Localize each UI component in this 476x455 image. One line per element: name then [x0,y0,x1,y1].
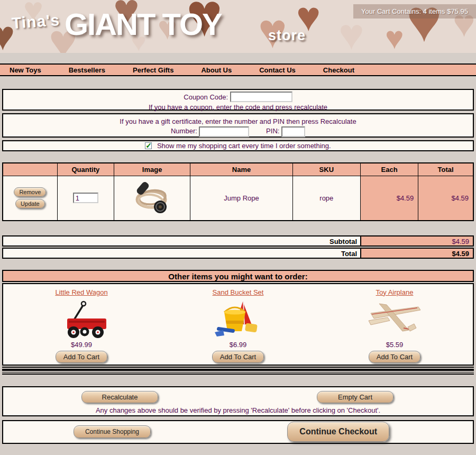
continue-section: Continue Shopping Continue Checkout [2,420,474,444]
product-link-sand-bucket-set[interactable]: Sand Bucket Set [213,288,264,296]
subtotal-row: Subtotal $4.59 [2,235,474,247]
suggestion-little-red-wagon: Little Red Wagon $49.99 Add To Cart [3,284,160,365]
nav-item-contact-us[interactable]: Contact Us [259,66,296,74]
logo-suffix: store [268,28,306,44]
add-to-cart-button-airplane[interactable]: Add To Cart [369,351,420,363]
total-label: Total [3,249,360,258]
product-link-toy-airplane[interactable]: Toy Airplane [376,288,414,296]
coupon-code-input[interactable] [230,92,292,102]
site-header: ♥ ♥ ♥ ♥ ♥ ♥ ♥ ♥ ♥ ♥ ♥ ♥ ♥ Your Cart Cont… [0,0,476,53]
quantity-column-header: Quantity [57,163,114,176]
add-to-cart-button-bucket[interactable]: Add To Cart [212,351,264,363]
logo-prefix: Tina's [11,11,60,32]
nav-item-about-us[interactable]: About Us [201,66,232,74]
coupon-code-label: Coupon Code: [184,93,228,101]
add-to-cart-button-wagon[interactable]: Add To Cart [56,351,107,363]
each-column-header: Each [360,163,418,176]
actions-column-header [3,163,57,176]
remove-button[interactable]: Remove [14,187,46,197]
nav-item-perfect-gifts[interactable]: Perfect Gifts [133,66,173,74]
cart-item-name: Jump Rope [190,176,292,221]
cart-item-each: $4.59 [360,176,418,221]
recalculate-button[interactable]: Recalculate [81,391,158,403]
subtotal-label: Subtotal [3,236,360,245]
update-button[interactable]: Update [15,199,44,208]
image-column-header: Image [114,163,190,176]
gift-number-input[interactable] [199,126,249,137]
cart-item-sku: rope [292,176,360,221]
subtotal-value: $4.59 [360,236,473,245]
cart-item-total: $4.59 [418,176,473,221]
gift-pin-label: PIN: [266,127,279,135]
total-row: Total $4.59 [2,248,474,259]
main-nav: New Toys Bestsellers Perfect Gifts About… [0,63,476,76]
empty-cart-button[interactable]: Empty Cart [317,391,393,403]
coupon-instruction: If you have a coupon, enter the code and… [3,103,473,111]
divider-stripes [2,367,474,375]
gift-certificate-instruction: If you have a gift certificate, enter th… [3,117,473,125]
cart-table: Quantity Image Name SKU Each Total Remov… [2,162,474,221]
cart-item-row: Remove Update Jump Rope rope $4.59 $4.59 [3,176,473,221]
logo-main: GIANT TOY [65,6,222,42]
suggestion-sand-bucket-set: Sand Bucket Set $6.99 Add To Cart [160,284,316,365]
continue-shopping-button[interactable]: Continue Shopping [74,425,151,438]
suggestions-heading: Other items you might want to order: [2,270,474,282]
coupon-section: Coupon Code: If you have a coupon, enter… [2,89,474,111]
name-column-header: Name [190,163,292,176]
price-toy-airplane: $5.59 [316,341,473,349]
show-cart-label: Show me my shopping cart every time I or… [157,142,331,150]
gift-number-label: Number: [171,127,197,135]
sand-bucket-image[interactable] [160,297,316,340]
price-little-red-wagon: $49.99 [3,341,160,349]
continue-checkout-button[interactable]: Continue Checkout [287,422,389,442]
heart-icon: ♥ [338,13,364,53]
nav-item-bestsellers[interactable]: Bestsellers [69,66,105,74]
suggestions-section: Little Red Wagon $49.99 Add To Cart Sand… [2,283,474,366]
gift-certificate-section: If you have a gift certificate, enter th… [2,113,474,138]
total-value: $4.59 [360,249,473,258]
suggestion-toy-airplane: Toy Airplane $5.59 Add To Cart [316,284,473,365]
jump-rope-image [132,176,173,219]
total-column-header: Total [418,163,473,176]
cart-table-header-row: Quantity Image Name SKU Each Total [3,163,473,176]
gift-pin-input[interactable] [281,126,305,137]
recalculate-note: Any changes above should be verified by … [3,406,473,414]
heart-icon: ♥ [385,22,404,53]
nav-item-checkout[interactable]: Checkout [323,66,354,74]
recalculate-section: Recalculate Empty Cart Any changes above… [2,386,474,416]
cart-summary: Your Cart Contains: 4 items $75.95 [353,4,476,19]
product-link-little-red-wagon[interactable]: Little Red Wagon [55,288,107,296]
toy-airplane-image[interactable] [316,297,473,340]
show-cart-checkbox[interactable] [145,142,152,149]
wagon-image[interactable] [3,297,160,340]
sku-column-header: SKU [292,163,360,176]
price-sand-bucket-set: $6.99 [160,341,316,349]
show-cart-section: Show me my shopping cart every time I or… [2,140,474,151]
nav-item-new-toys[interactable]: New Toys [10,66,41,74]
quantity-input[interactable] [73,193,98,203]
